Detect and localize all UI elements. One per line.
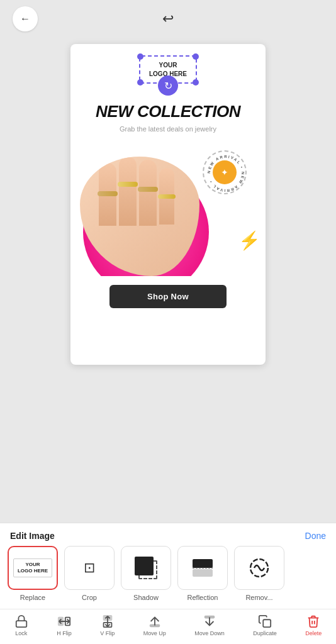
tool-crop[interactable]: ⊡ Crop xyxy=(64,546,115,601)
reflection-label: Reflection xyxy=(188,594,218,601)
svg-rect-10 xyxy=(150,625,159,627)
svg-rect-5 xyxy=(16,621,26,627)
replace-icon-box[interactable]: YOURLOGO HERE xyxy=(8,546,58,590)
duplicate-label: Duplicate xyxy=(253,630,277,636)
reflection-icon-box[interactable] xyxy=(177,546,228,590)
canvas-area: YOUR LOGO HERE ↻ NEW COLLECTION Grab the… xyxy=(0,38,336,371)
shop-now-button[interactable]: Shop Now xyxy=(109,285,227,308)
shadow-label: Shadow xyxy=(133,594,159,601)
replace-label: Replace xyxy=(20,594,45,601)
toolbar-vflip[interactable]: V Flip xyxy=(100,614,115,636)
moveup-icon xyxy=(148,614,162,628)
design-card: YOUR LOGO HERE ↻ NEW COLLECTION Grab the… xyxy=(70,44,266,365)
movedown-icon xyxy=(203,614,216,628)
crop-icon-box[interactable]: ⊡ xyxy=(64,546,115,590)
svg-rect-8 xyxy=(103,616,111,620)
back-icon: ← xyxy=(20,13,30,25)
lightning-decoration: ⚡ xyxy=(238,230,260,251)
corner-handle-bl[interactable] xyxy=(137,79,143,86)
tool-reflection[interactable]: Reflection xyxy=(177,546,228,601)
delete-icon xyxy=(306,614,320,628)
vflip-icon xyxy=(101,614,115,628)
back-button[interactable]: ← xyxy=(13,6,38,31)
svg-rect-1 xyxy=(193,559,213,568)
remove-label: Remov... xyxy=(245,594,272,601)
badge-outer: NEW ARRIVAL • NEW ARRIVAL • ✦ xyxy=(203,150,247,194)
lock-label: Lock xyxy=(15,630,27,636)
svg-rect-11 xyxy=(205,616,215,618)
vflip-label: V Flip xyxy=(100,630,115,636)
svg-rect-6 xyxy=(59,618,63,626)
duplicate-icon xyxy=(258,614,272,628)
replace-logo-preview: YOURLOGO HERE xyxy=(13,558,52,578)
toolbar-hflip[interactable]: H Flip xyxy=(57,614,72,636)
toolbar-lock[interactable]: Lock xyxy=(14,614,28,636)
subheadline: Grab the latest deals on jewelry xyxy=(70,123,266,138)
undo-button[interactable]: ↩ xyxy=(162,11,174,27)
shadow-icon xyxy=(135,557,157,579)
svg-text:NEW ARRIVAL • NEW ARRIVAL •: NEW ARRIVAL • NEW ARRIVAL • xyxy=(207,155,245,192)
crop-label: Crop xyxy=(82,594,97,601)
reflection-icon xyxy=(191,557,214,579)
crop-icon: ⊡ xyxy=(84,560,95,576)
hflip-label: H Flip xyxy=(57,630,72,636)
refresh-icon[interactable]: ↻ xyxy=(158,75,178,96)
lock-icon xyxy=(14,614,28,628)
moveup-label: Move Up xyxy=(143,630,166,636)
corner-handle-br[interactable] xyxy=(193,79,199,86)
movedown-label: Move Down xyxy=(194,630,225,636)
shop-button-container: Shop Now xyxy=(70,276,266,314)
tools-row: YOURLOGO HERE Replace ⊡ Crop Shadow xyxy=(0,546,336,609)
remove-icon-box[interactable] xyxy=(234,546,284,590)
tool-shadow[interactable]: Shadow xyxy=(121,546,171,601)
svg-rect-12 xyxy=(263,619,271,627)
svg-rect-2 xyxy=(193,569,213,577)
hflip-icon xyxy=(57,614,71,628)
edit-image-header: Edit Image Done xyxy=(0,523,336,546)
shadow-icon-box[interactable] xyxy=(121,546,171,590)
top-bar: ← ↩ xyxy=(0,0,336,38)
done-button[interactable]: Done xyxy=(305,531,326,541)
tool-remove[interactable]: Remov... xyxy=(234,546,284,601)
toolbar-moveup[interactable]: Move Up xyxy=(143,614,166,636)
corner-handle-tl[interactable] xyxy=(137,53,143,60)
toolbar-delete[interactable]: Delete xyxy=(305,614,322,636)
undo-icon: ↩ xyxy=(162,11,174,26)
jewelry-area: NEW ARRIVAL • NEW ARRIVAL • ✦ ⚡ xyxy=(70,138,266,276)
toolbar-movedown[interactable]: Move Down xyxy=(194,614,225,636)
bottom-panel: Edit Image Done YOURLOGO HERE Replace ⊡ … xyxy=(0,523,336,644)
new-arrival-badge: NEW ARRIVAL • NEW ARRIVAL • ✦ xyxy=(203,150,247,194)
delete-label: Delete xyxy=(305,630,322,636)
remove-icon xyxy=(248,557,271,579)
bottom-toolbar: Lock H Flip V Flip Move Up xyxy=(0,609,336,644)
corner-handle-tr[interactable] xyxy=(193,53,199,60)
edit-image-title: Edit Image xyxy=(10,531,55,541)
tool-replace[interactable]: YOURLOGO HERE Replace xyxy=(8,546,58,601)
hand-image xyxy=(80,157,206,276)
toolbar-duplicate[interactable]: Duplicate xyxy=(253,614,277,636)
